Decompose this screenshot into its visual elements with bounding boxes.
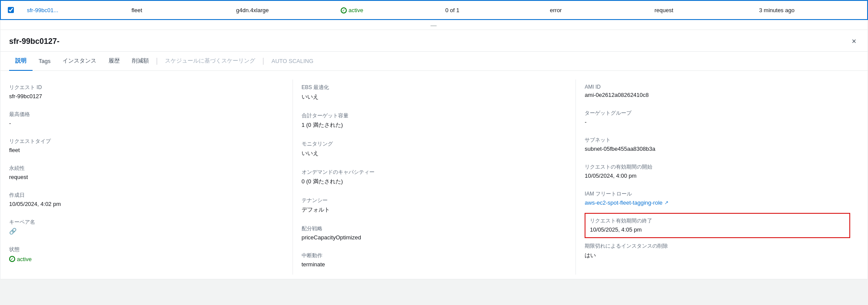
active-check-icon: ✓	[341, 7, 347, 13]
request-type-value: fleet	[9, 147, 286, 153]
error-col: error	[546, 7, 651, 13]
ondemand-capacity-value: 0 (0 満たされた)	[302, 178, 569, 186]
monitoring-field: モニタリング いいえ	[302, 136, 576, 164]
validity-start-field: リクエストの有効期間の開始 10/05/2024, 4:00 pm	[585, 159, 859, 186]
persistence-col: request	[651, 7, 756, 13]
tab-auto-scaling: AUTO SCALING	[265, 53, 319, 70]
external-link-icon: 🔗	[9, 228, 16, 235]
total-target-label: 合計ターゲット容量	[302, 112, 569, 119]
iam-fleet-role-value[interactable]: aws-ec2-spot-fleet-tagging-role ↗	[585, 199, 668, 206]
ondemand-capacity-label: オンデマンドのキャパシティー	[302, 169, 569, 176]
monitoring-value: いいえ	[302, 149, 569, 157]
tabs-container: 説明 Tags インスタンス 履歴 削減額 スケジュールに基づくスケーリング A…	[0, 52, 868, 71]
validity-start-value: 10/05/2024, 4:00 pm	[585, 172, 852, 179]
target-group-value: -	[585, 119, 852, 125]
state-value: ✓ active	[9, 255, 286, 262]
validity-end-label: リクエスト有効期間の終了	[590, 217, 845, 225]
state-text: active	[17, 256, 32, 262]
subnet-field: サブネット subnet-05fbe455aa8308b3a	[585, 132, 859, 159]
target-group-field: ターゲットグループ -	[585, 105, 859, 132]
interruption-behavior-value: terminate	[302, 261, 569, 268]
request-id-value: sfr-99bc0127	[9, 93, 286, 99]
ondemand-capacity-field: オンデマンドのキャパシティー 0 (0 満たされた)	[302, 164, 576, 192]
subnet-label: サブネット	[585, 136, 852, 144]
spot-request-row[interactable]: sfr-99bc01... fleet g4dn.4xlarge ✓ activ…	[0, 0, 868, 20]
allocation-strategy-value: priceCapacityOptimized	[302, 234, 569, 241]
request-id-field: リクエスト ID sfr-99bc0127	[9, 80, 293, 106]
state-field: 状態 ✓ active	[9, 242, 293, 269]
subnet-value: subnet-05fbe455aa8308b3a	[585, 146, 852, 152]
interruption-behavior-field: 中断動作 terminate	[302, 248, 576, 275]
tab-schedule-scaling: スケジュールに基づくスケーリング	[159, 52, 261, 71]
type-col: fleet	[128, 7, 233, 13]
tab-tags[interactable]: Tags	[33, 53, 56, 70]
status-col: ✓ active	[337, 7, 442, 14]
ebs-optimized-label: EBS 最適化	[302, 84, 569, 91]
request-id-label: リクエスト ID	[9, 84, 286, 91]
iam-external-link-icon: ↗	[664, 200, 668, 206]
instance-termination-field: 期限切れによるインスタンスの削除 はい	[585, 238, 859, 266]
target-group-label: ターゲットグループ	[585, 109, 852, 117]
drag-icon: —	[431, 22, 437, 29]
detail-panel: sfr-99bc0127- × 説明 Tags インスタンス 履歴 削減額 スケ…	[0, 30, 868, 279]
tenancy-value: デフォルト	[302, 206, 569, 214]
max-price-label: 最高価格	[9, 111, 286, 118]
tab-description[interactable]: 説明	[9, 52, 33, 71]
detail-grid: リクエスト ID sfr-99bc0127 最高価格 - リクエストタイプ fl…	[0, 71, 868, 279]
col1: リクエスト ID sfr-99bc0127 最高価格 - リクエストタイプ fl…	[9, 80, 293, 275]
ami-id-field: AMI ID ami-0e2612a08262410c8	[585, 80, 859, 105]
total-target-field: 合計ターゲット容量 1 (0 満たされた)	[302, 108, 576, 136]
state-label: 状態	[9, 246, 286, 253]
drag-handle[interactable]: —	[0, 20, 868, 30]
row-checkbox-container	[8, 7, 23, 13]
validity-start-label: リクエストの有効期間の開始	[585, 163, 852, 171]
ebs-optimized-field: EBS 最適化 いいえ	[302, 80, 576, 108]
panel-header: sfr-99bc0127- ×	[0, 30, 868, 52]
iam-fleet-role-label: IAM フリートロール	[585, 190, 852, 198]
request-type-label: リクエストタイプ	[9, 138, 286, 145]
time-col: 3 minutes ago	[756, 7, 860, 13]
allocation-strategy-label: 配分戦略	[302, 225, 569, 232]
close-button[interactable]: ×	[849, 36, 859, 47]
iam-role-link-text: aws-ec2-spot-fleet-tagging-role	[585, 199, 662, 206]
allocation-strategy-field: 配分戦略 priceCapacityOptimized	[302, 221, 576, 248]
keypair-label: キーペア名	[9, 219, 286, 226]
capacity-col: 0 of 1	[442, 7, 546, 13]
tab-history[interactable]: 履歴	[102, 52, 126, 71]
created-date-label: 作成日	[9, 192, 286, 199]
created-date-value: 10/05/2024, 4:02 pm	[9, 201, 286, 207]
tenancy-field: テナンシー デフォルト	[302, 192, 576, 221]
interruption-behavior-label: 中断動作	[302, 252, 569, 259]
validity-end-field: リクエスト有効期間の終了 10/05/2025, 4:05 pm	[585, 213, 850, 238]
status-text: active	[349, 7, 363, 13]
instance-termination-label: 期限切れによるインスタンスの削除	[585, 242, 852, 250]
ami-id-value: ami-0e2612a08262410c8	[585, 92, 852, 98]
keypair-field: キーペア名 🔗	[9, 214, 293, 242]
persistence-label: 永続性	[9, 165, 286, 172]
max-price-value: -	[9, 120, 286, 126]
tab-divider-1	[157, 58, 157, 65]
panel-title: sfr-99bc0127-	[9, 37, 59, 46]
col3: AMI ID ami-0e2612a08262410c8 ターゲットグループ -…	[575, 80, 859, 275]
tab-divider-2	[263, 58, 263, 65]
max-price-field: 最高価格 -	[9, 106, 293, 133]
iam-fleet-role-field: IAM フリートロール aws-ec2-spot-fleet-tagging-r…	[585, 186, 859, 213]
state-check-icon: ✓	[9, 256, 15, 262]
row-checkbox[interactable]	[8, 7, 14, 13]
persistence-field: 永続性 request	[9, 160, 293, 187]
tab-savings[interactable]: 削減額	[126, 52, 155, 71]
request-type-field: リクエストタイプ fleet	[9, 133, 293, 160]
total-target-value: 1 (0 満たされた)	[302, 121, 569, 129]
tab-instances[interactable]: インスタンス	[56, 52, 102, 71]
instance-termination-value: はい	[585, 252, 852, 259]
monitoring-label: モニタリング	[302, 140, 569, 148]
request-id-col[interactable]: sfr-99bc01...	[23, 7, 128, 13]
ebs-optimized-value: いいえ	[302, 93, 569, 101]
created-date-field: 作成日 10/05/2024, 4:02 pm	[9, 187, 293, 214]
keypair-value[interactable]: 🔗	[9, 228, 16, 235]
col2: EBS 最適化 いいえ 合計ターゲット容量 1 (0 満たされた) モニタリング…	[293, 80, 576, 275]
instance-type-col: g4dn.4xlarge	[233, 7, 337, 13]
validity-end-value: 10/05/2025, 4:05 pm	[590, 226, 845, 233]
tenancy-label: テナンシー	[302, 197, 569, 204]
persistence-value: request	[9, 174, 286, 180]
